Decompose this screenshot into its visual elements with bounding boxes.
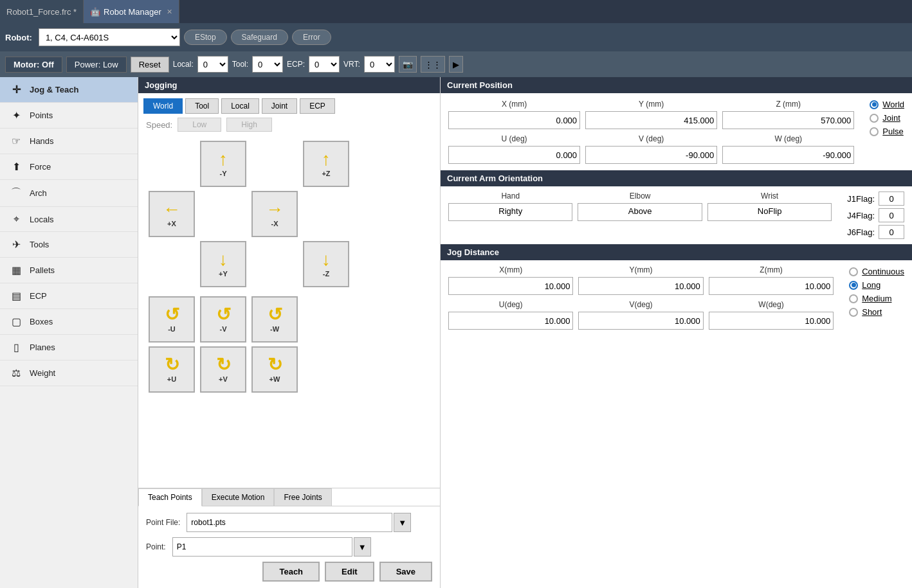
jog-neg-x-button[interactable]: → -X bbox=[251, 191, 298, 237]
tab-robotmanager[interactable]: 🤖 Robot Manager ✕ bbox=[84, 0, 179, 23]
jog-neg-u-button[interactable]: ↺ -U bbox=[149, 296, 195, 343]
sidebar-item-planes[interactable]: ▯ Planes bbox=[0, 335, 138, 361]
robot-select[interactable]: 1, C4, C4-A601S bbox=[39, 28, 180, 46]
title-bar: Robot1_Force.frc * 🤖 Robot Manager ✕ bbox=[0, 0, 912, 23]
sidebar-item-jog-teach[interactable]: ✛ Jog & Teach bbox=[0, 77, 138, 103]
tab-free-joints[interactable]: Free Joints bbox=[274, 488, 331, 506]
error-button[interactable]: Error bbox=[292, 30, 331, 45]
point-file-input[interactable] bbox=[187, 513, 392, 532]
sidebar-item-force[interactable]: ⬆ Force bbox=[0, 154, 138, 180]
radio-short-label: Short bbox=[862, 307, 882, 317]
neg-z-label: -Z bbox=[323, 270, 329, 278]
sidebar-item-weight[interactable]: ⚖ Weight bbox=[0, 361, 138, 386]
safeguard-button[interactable]: Safeguard bbox=[231, 30, 288, 45]
wrist-label: Wrist bbox=[707, 192, 832, 200]
u-value[interactable] bbox=[448, 146, 580, 164]
jog-pos-w-button[interactable]: ↻ +W bbox=[251, 346, 298, 393]
arch-icon: ⌒ bbox=[9, 186, 23, 200]
v-value[interactable] bbox=[585, 146, 717, 164]
radio-world[interactable]: World bbox=[870, 100, 904, 109]
radio-medium[interactable]: Medium bbox=[849, 294, 904, 303]
speed-label: Speed: bbox=[146, 120, 172, 130]
sidebar-item-tools[interactable]: ✈ Tools bbox=[0, 232, 138, 258]
jog-tab-world[interactable]: World bbox=[143, 98, 183, 114]
power-button[interactable]: Power: Low bbox=[66, 57, 127, 73]
dist-y-label: Y(mm) bbox=[578, 265, 703, 274]
speed-high-button[interactable]: High bbox=[226, 118, 272, 132]
jog-tab-ecp[interactable]: ECP bbox=[300, 98, 335, 114]
point-input[interactable] bbox=[172, 537, 352, 557]
neg-y-label: -Y bbox=[220, 170, 227, 177]
point-dropdown-btn[interactable]: ▼ bbox=[354, 537, 371, 557]
radio-joint[interactable]: Joint bbox=[870, 113, 904, 123]
tool-select[interactable]: 0 bbox=[252, 56, 283, 73]
radio-pulse[interactable]: Pulse bbox=[870, 127, 904, 136]
edit-button[interactable]: Edit bbox=[325, 562, 374, 582]
x-value[interactable] bbox=[448, 111, 580, 129]
pos-col-x: X (mm) bbox=[448, 100, 580, 129]
jog-tab-local[interactable]: Local bbox=[221, 98, 259, 114]
save-button[interactable]: Save bbox=[379, 562, 432, 582]
neg-v-label: -V bbox=[220, 325, 227, 333]
dist-y-value[interactable] bbox=[578, 277, 703, 295]
current-position-section: Current Position X (mm) Y (mm) Z (mm bbox=[441, 77, 912, 170]
point-file-dropdown-btn[interactable]: ▼ bbox=[394, 513, 411, 532]
hand-label: Hand bbox=[448, 192, 572, 200]
speed-low-button[interactable]: Low bbox=[178, 118, 221, 132]
jog-neg-w-button[interactable]: ↺ -W bbox=[251, 296, 298, 343]
sidebar-item-points[interactable]: ✦ Points bbox=[0, 103, 138, 129]
jog-tab-tool[interactable]: Tool bbox=[185, 98, 219, 114]
close-icon[interactable]: ✕ bbox=[167, 8, 172, 16]
grid-button[interactable]: ⋮⋮ bbox=[421, 56, 445, 73]
sidebar-item-hands[interactable]: ☞ Hands bbox=[0, 129, 138, 154]
j1flag-input[interactable] bbox=[879, 192, 904, 206]
dist-u-value[interactable] bbox=[448, 312, 573, 330]
local-select[interactable]: 0 bbox=[197, 56, 228, 73]
w-value[interactable] bbox=[722, 146, 854, 164]
j4flag-input[interactable] bbox=[879, 208, 904, 222]
jog-pos-v-button[interactable]: ↻ +V bbox=[200, 346, 246, 393]
radio-joint-circle bbox=[870, 114, 879, 123]
z-value[interactable] bbox=[722, 111, 854, 129]
motor-button[interactable]: Motor: Off bbox=[5, 57, 62, 73]
point-label: Point: bbox=[146, 542, 166, 551]
dist-z-value[interactable] bbox=[709, 277, 834, 295]
teach-button[interactable]: Teach bbox=[262, 562, 320, 582]
sidebar-item-ecp[interactable]: ▤ ECP bbox=[0, 283, 138, 309]
radio-short[interactable]: Short bbox=[849, 307, 904, 317]
bottom-tabs: Teach Points Execute Motion Free Joints … bbox=[138, 488, 440, 588]
dist-w-value[interactable] bbox=[709, 312, 834, 330]
jog-pos-u-button[interactable]: ↻ +U bbox=[149, 346, 195, 393]
radio-long[interactable]: Long bbox=[849, 280, 904, 290]
sidebar-item-locals[interactable]: ⌖ Locals bbox=[0, 207, 138, 232]
tool-label: Tool: bbox=[232, 60, 248, 69]
sidebar-item-boxes[interactable]: ▢ Boxes bbox=[0, 309, 138, 335]
jog-pos-x-button[interactable]: ← +X bbox=[149, 191, 195, 237]
pos-w-label: +W bbox=[269, 375, 280, 383]
tab-execute-motion[interactable]: Execute Motion bbox=[202, 488, 275, 506]
sidebar-item-arch[interactable]: ⌒ Arch bbox=[0, 180, 138, 207]
jog-neg-v-button[interactable]: ↺ -V bbox=[200, 296, 246, 343]
ecp-select[interactable]: 0 bbox=[309, 56, 340, 73]
tab-robot1force[interactable]: Robot1_Force.frc * bbox=[0, 0, 84, 23]
dist-v-value[interactable] bbox=[578, 312, 703, 330]
jog-pos-z-button[interactable]: ↑ +Z bbox=[303, 141, 349, 187]
vrt-select[interactable]: 0 bbox=[364, 56, 395, 73]
jog-neg-z-button[interactable]: ↓ -Z bbox=[303, 241, 349, 287]
camera-button[interactable]: 📷 bbox=[399, 56, 417, 73]
jog-neg-y-button[interactable]: ↑ -Y bbox=[200, 141, 246, 187]
y-value[interactable] bbox=[585, 111, 717, 129]
j6flag-input[interactable] bbox=[879, 225, 904, 239]
sidebar-item-pallets[interactable]: ▦ Pallets bbox=[0, 258, 138, 283]
reset-button[interactable]: Reset bbox=[131, 57, 169, 73]
terminal-button[interactable]: ▶ bbox=[449, 56, 463, 73]
tab-teach-points[interactable]: Teach Points bbox=[138, 488, 202, 506]
estop-button[interactable]: EStop bbox=[184, 30, 227, 45]
pallets-icon: ▦ bbox=[9, 264, 23, 276]
force-icon: ⬆ bbox=[9, 161, 23, 173]
jog-tab-joint[interactable]: Joint bbox=[262, 98, 297, 114]
dist-x-value[interactable] bbox=[448, 277, 573, 295]
jog-pos-y-button[interactable]: ↓ +Y bbox=[200, 241, 246, 287]
jog-row-1: ↑ -Y ↑ +Z bbox=[149, 141, 430, 187]
radio-continuous[interactable]: Continuous bbox=[849, 267, 904, 276]
